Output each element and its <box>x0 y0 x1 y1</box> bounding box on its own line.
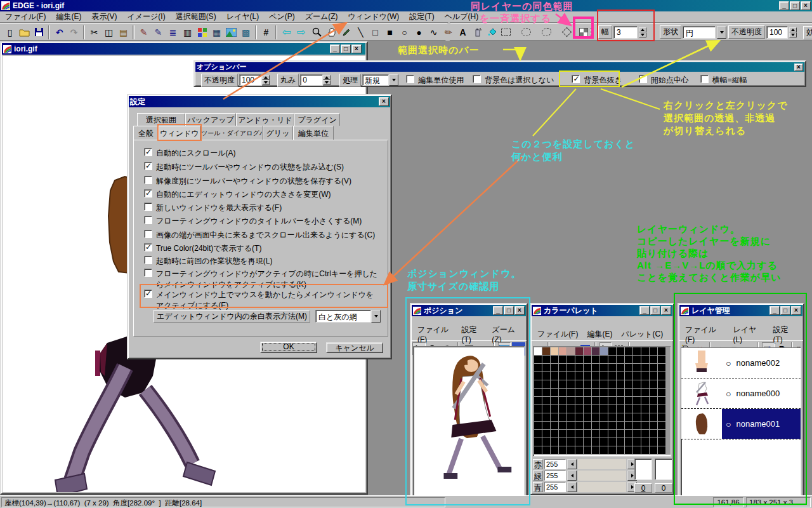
ck-scroll-to-center[interactable]: 画像の端が画面中央に来るまでスクロール出来るようにする(C) <box>144 230 375 241</box>
palette-cell[interactable] <box>650 405 657 413</box>
palette-icon[interactable] <box>195 25 209 39</box>
menu-image[interactable]: イメージ(I) <box>122 10 170 23</box>
palette-cell[interactable] <box>567 364 575 371</box>
canvas-close-icon[interactable]: × <box>351 44 362 53</box>
position-minimize-icon[interactable]: _ <box>493 306 503 315</box>
shape-dropdown-icon[interactable] <box>717 26 726 39</box>
ob-check-start-center[interactable]: 開始点中心 <box>639 75 689 86</box>
palette-cell[interactable] <box>592 422 599 429</box>
palette-cell[interactable] <box>608 413 616 421</box>
palette-cell[interactable] <box>584 389 591 396</box>
duplicate-icon[interactable]: ▥ <box>180 25 195 39</box>
palette-cell[interactable] <box>551 446 558 454</box>
palette-cell[interactable] <box>625 389 632 396</box>
palette-cell[interactable] <box>633 446 641 454</box>
layer-radio-icon[interactable]: ○ <box>726 389 731 399</box>
green-slider-track[interactable] <box>578 471 626 481</box>
layer-menu-file[interactable]: ファイル(F) <box>681 324 728 344</box>
palette-cell[interactable] <box>575 356 583 363</box>
palette-cell[interactable] <box>592 446 599 454</box>
palette-cell[interactable] <box>567 446 575 454</box>
palette-cell[interactable] <box>625 438 632 446</box>
checkbox[interactable] <box>572 75 580 83</box>
rect-tool-icon[interactable]: □ <box>368 25 383 39</box>
menu-window[interactable]: ウィンドウ(W) <box>343 10 405 23</box>
settings-dialog-titlebar[interactable]: 設定 × <box>129 96 390 107</box>
ob-round-input[interactable]: 0 <box>300 74 323 86</box>
menu-settings[interactable]: 設定(T) <box>404 10 439 23</box>
palette-cell[interactable] <box>575 446 583 454</box>
palette-cell[interactable] <box>625 364 632 371</box>
palette-cell[interactable] <box>575 389 583 396</box>
palette-cell[interactable] <box>584 397 591 404</box>
tab-selection-range[interactable]: 選択範囲 <box>137 113 185 126</box>
palette-cell[interactable] <box>592 380 599 388</box>
palette-cell[interactable] <box>559 438 566 446</box>
palette-cell[interactable] <box>542 372 550 380</box>
palette-cell[interactable] <box>567 380 575 388</box>
palette-cell[interactable] <box>600 389 608 396</box>
checkbox[interactable] <box>144 243 152 251</box>
palette-cell[interactable] <box>551 380 558 388</box>
checkbox[interactable] <box>144 230 152 238</box>
palette-cell[interactable] <box>625 372 632 380</box>
palette-cell[interactable] <box>633 389 641 396</box>
palette-cell[interactable] <box>650 380 657 388</box>
palette-window-titlebar[interactable]: カラーパレット _ □ × <box>532 305 672 316</box>
palette-cell[interactable] <box>650 422 657 429</box>
select-ellipse-icon[interactable] <box>519 25 534 39</box>
checkbox[interactable] <box>144 203 152 211</box>
palette-cell[interactable] <box>608 380 616 388</box>
tab-backup[interactable]: バックアップ <box>185 113 236 126</box>
ok-button[interactable]: OK <box>260 342 317 353</box>
layer-maximize-icon[interactable]: □ <box>780 306 790 315</box>
cut-icon[interactable]: ✂ <box>87 25 102 39</box>
palette-cell[interactable] <box>559 364 566 371</box>
ck-restore-last-session[interactable]: 起動時に前回の作業状態を再現(L) <box>144 256 273 267</box>
spray-tool-icon[interactable] <box>470 25 485 39</box>
palette-cell[interactable] <box>534 397 542 404</box>
palette-cell[interactable] <box>584 422 591 429</box>
layer-menu-settings[interactable]: 設定(T) <box>769 324 801 344</box>
palette-cell[interactable] <box>600 380 608 388</box>
palette-cell[interactable] <box>633 364 641 371</box>
palette-cell[interactable] <box>567 347 575 355</box>
palette-cell[interactable] <box>658 356 665 363</box>
palette-cell[interactable] <box>617 422 624 429</box>
palette-cell[interactable] <box>650 446 657 454</box>
palette-cell[interactable] <box>633 430 641 438</box>
palette-cell[interactable] <box>633 347 641 355</box>
ob-process-dropdown-icon[interactable] <box>389 74 398 86</box>
palette-cell[interactable] <box>567 405 575 413</box>
palette-cell[interactable] <box>600 430 608 438</box>
palette-cell[interactable] <box>625 380 632 388</box>
red-slider-track[interactable] <box>578 459 626 469</box>
palette-cell[interactable] <box>658 380 665 388</box>
palette-cell[interactable] <box>608 356 616 363</box>
layer-radio-icon[interactable]: ○ <box>726 358 731 368</box>
palette-cell[interactable] <box>551 413 558 421</box>
palette-cell[interactable] <box>575 405 583 413</box>
filled-ellipse-tool-icon[interactable]: ● <box>412 25 426 39</box>
blue-slider-left-icon[interactable] <box>567 482 577 492</box>
layer-menu-layer[interactable]: レイヤ(L) <box>729 324 768 344</box>
palette-cell[interactable] <box>633 397 641 404</box>
film-icon[interactable]: ▦ <box>209 25 224 39</box>
palette-cell[interactable] <box>584 405 591 413</box>
palette-cell[interactable] <box>542 438 550 446</box>
prev-frame-icon[interactable]: ⇦ <box>279 25 294 39</box>
image-icon[interactable] <box>224 25 239 39</box>
palette-cell[interactable] <box>542 430 550 438</box>
tab-plugin[interactable]: プラグイン <box>294 113 340 126</box>
palette-cell[interactable] <box>584 356 591 363</box>
palette-cell[interactable] <box>559 397 566 404</box>
ck-save-state-per-resolution[interactable]: 解像度別にツールバーやウィンドウの状態を保存する(V) <box>144 176 351 187</box>
palette-menu-edit[interactable]: 編集(E) <box>583 329 616 340</box>
tab-undo-redo[interactable]: アンドゥ・リドゥ <box>236 113 294 126</box>
palette-cell[interactable] <box>575 422 583 429</box>
palette-cell[interactable] <box>575 364 583 371</box>
palette-cell[interactable] <box>575 397 583 404</box>
palette-cell[interactable] <box>650 364 657 371</box>
palette-cell[interactable] <box>608 389 616 396</box>
palette-cell[interactable] <box>633 438 641 446</box>
